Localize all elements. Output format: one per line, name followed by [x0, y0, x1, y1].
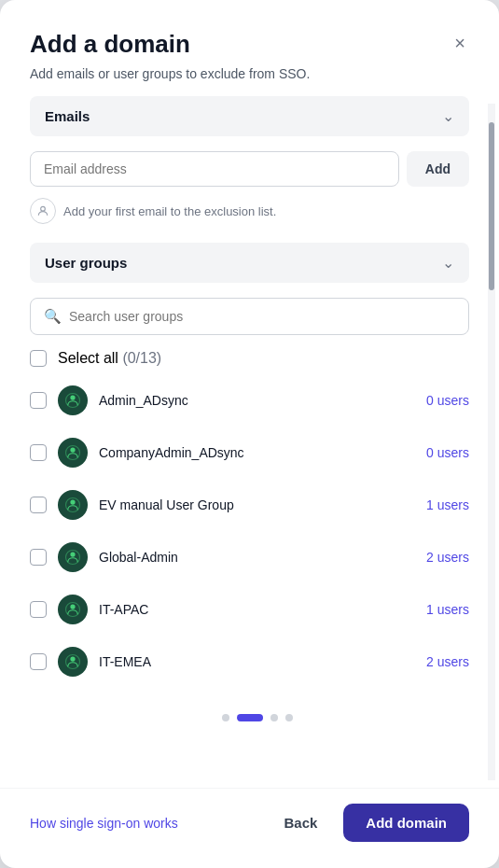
- svg-point-1: [70, 395, 75, 399]
- email-hint-text: Add your first email to the exclusion li…: [63, 204, 276, 218]
- modal-header: Add a domain ×: [0, 0, 499, 66]
- group-item: IT-APAC 1 users: [30, 595, 484, 624]
- group-count-5: 2 users: [426, 654, 469, 669]
- modal: Add a domain × Add emails or user groups…: [0, 0, 499, 868]
- svg-point-3: [70, 447, 75, 452]
- group-item: Global-Admin 2 users: [30, 542, 484, 572]
- person-icon: [30, 198, 56, 224]
- search-input[interactable]: [69, 309, 455, 324]
- group-avatar-5: [58, 647, 88, 677]
- group-name-1: CompanyAdmin_ADsync: [99, 445, 415, 460]
- emails-label: Emails: [45, 108, 90, 124]
- modal-title: Add a domain: [30, 30, 190, 59]
- group-name-4: IT-APAC: [99, 602, 415, 617]
- group-checkbox-3[interactable]: [30, 549, 47, 566]
- group-avatar-4: [58, 595, 88, 624]
- footer-buttons: Back Add domain: [269, 804, 469, 842]
- group-item: CompanyAdmin_ADsync 0 users: [30, 438, 484, 468]
- modal-footer: How single sign-on works Back Add domain: [0, 788, 499, 868]
- select-all-label: Select all (0/13): [58, 350, 161, 367]
- group-checkbox-1[interactable]: [30, 444, 47, 461]
- group-checkbox-4[interactable]: [30, 601, 47, 618]
- select-all-row: Select all (0/13): [30, 350, 484, 367]
- search-icon: 🔍: [44, 308, 62, 325]
- scrollbar-track[interactable]: [488, 104, 495, 780]
- sso-link[interactable]: How single sign-on works: [30, 816, 178, 831]
- group-name-0: Admin_ADsync: [99, 393, 415, 408]
- emails-section-header[interactable]: Emails ⌄: [30, 96, 469, 136]
- group-item: IT-EMEA 2 users: [30, 647, 484, 677]
- group-avatar-0: [58, 385, 88, 415]
- svg-point-9: [70, 604, 75, 609]
- modal-body: Emails ⌄ Add Add your first email to the…: [0, 96, 499, 788]
- close-button[interactable]: ×: [450, 30, 469, 56]
- select-all-checkbox[interactable]: [30, 350, 47, 367]
- select-all-count: (0/13): [122, 350, 161, 366]
- add-domain-button[interactable]: Add domain: [343, 804, 469, 842]
- add-email-button[interactable]: Add: [407, 151, 469, 187]
- emails-chevron-icon: ⌄: [442, 107, 454, 125]
- group-avatar-3: [58, 542, 88, 572]
- email-input[interactable]: [30, 151, 399, 187]
- email-input-row: Add: [30, 151, 469, 187]
- svg-point-5: [70, 499, 75, 504]
- group-count-0: 0 users: [426, 393, 469, 408]
- group-count-1: 0 users: [426, 445, 469, 460]
- group-avatar-1: [58, 438, 88, 468]
- user-groups-chevron-icon: ⌄: [442, 254, 454, 272]
- svg-point-7: [70, 552, 75, 556]
- group-item: Admin_ADsync 0 users: [30, 385, 484, 415]
- group-item: EV manual User Group 1 users: [30, 490, 484, 520]
- group-checkbox-5[interactable]: [30, 653, 47, 670]
- pagination: [30, 699, 484, 744]
- pagination-dot-3[interactable]: [285, 714, 293, 721]
- group-count-3: 2 users: [426, 550, 469, 565]
- group-avatar-2: [58, 490, 88, 520]
- select-all-text: Select all: [58, 350, 118, 366]
- user-groups-label: User groups: [45, 255, 127, 271]
- email-hint: Add your first email to the exclusion li…: [30, 198, 484, 224]
- search-row: 🔍: [30, 298, 469, 335]
- modal-subtitle: Add emails or user groups to exclude fro…: [0, 66, 499, 96]
- group-name-3: Global-Admin: [99, 550, 415, 565]
- svg-point-11: [70, 656, 75, 661]
- group-count-2: 1 users: [426, 497, 469, 512]
- pagination-dot-0[interactable]: [222, 714, 229, 721]
- scrollable-content: Emails ⌄ Add Add your first email to the…: [0, 96, 484, 788]
- scrollbar-thumb: [489, 122, 494, 290]
- pagination-dot-2[interactable]: [270, 714, 278, 721]
- svg-point-0: [41, 206, 46, 211]
- group-name-5: IT-EMEA: [99, 654, 415, 669]
- group-list: Admin_ADsync 0 users CompanyAdmin_ADsync…: [30, 385, 484, 677]
- user-groups-section-header[interactable]: User groups ⌄: [30, 243, 469, 283]
- group-checkbox-0[interactable]: [30, 392, 47, 409]
- group-checkbox-2[interactable]: [30, 497, 47, 513]
- group-count-4: 1 users: [426, 602, 469, 617]
- group-name-2: EV manual User Group: [99, 497, 415, 512]
- back-button[interactable]: Back: [269, 805, 332, 840]
- pagination-dot-1[interactable]: [237, 714, 263, 721]
